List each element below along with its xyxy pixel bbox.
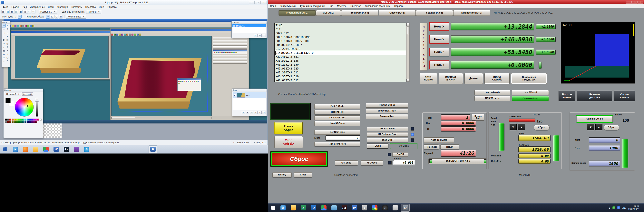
palette-color[interactable] [31,121,33,123]
menu-item[interactable]: Средства [84,5,97,9]
color-target-dropdown[interactable]: Основной▼ [5,92,21,96]
gcode-list[interactable]: T1M6G17G0Z7.972G0X0.000Y0.000S1000M3G0X0… [274,23,410,82]
display-mode-button[interactable]: Режимы дисплея [577,91,612,101]
menu-item[interactable]: Эффекты [70,5,84,9]
start-button[interactable] [268,203,278,212]
taskbar-icon[interactable] [391,204,400,211]
rewind-button[interactable]: Rewind Ctrl-W [366,103,408,108]
block-delete-button[interactable]: Block Delete [367,127,408,131]
toolbar-icon[interactable]: ▦ [18,10,22,14]
taskbar-icon[interactable] [42,145,50,153]
palette-color[interactable] [29,121,31,123]
feed-override-up-button[interactable]: ▲ [518,124,525,130]
tab-offsets[interactable]: Offsets (Alt-5) [379,10,416,16]
history-button[interactable]: History [272,172,292,177]
palette-color[interactable] [14,121,16,123]
change-tool-button[interactable]: Change Tool [472,114,484,121]
toolbar-icon[interactable]: ↶ [27,10,31,14]
close-icon[interactable]: × [265,89,266,91]
machine-coords-button[interactable]: КООРД. СТАНКА [484,73,510,84]
taskbar-icon[interactable]: e [279,204,287,211]
taskbar-icon[interactable] [31,145,40,153]
palette-color[interactable] [12,121,14,123]
menu-item[interactable]: Функции конфигурации [300,5,325,8]
history-action-icon[interactable]: ↺ [254,34,258,37]
tool-icon[interactable]: A [2,52,6,56]
tab-tool-path[interactable]: Tool Path (Alt-4) [341,10,378,16]
zero-y-button[interactable]: Ноль Y [429,35,449,44]
units-dropdown[interactable]: пиксели▼ [86,10,102,14]
tool-icon[interactable]: ✎ [2,42,6,45]
fro-percent-bar[interactable] [509,119,536,122]
palette-color[interactable] [18,119,20,121]
taskbar-icon[interactable] [289,204,298,211]
menu-item[interactable]: Коррекция [55,5,70,9]
close-icon[interactable]: × [41,89,42,91]
stop-button[interactable]: Стоп <Alt-S> [274,136,303,148]
taskbar-icon[interactable]: G [370,204,379,211]
scroll-down-icon[interactable]: ▼ [406,79,410,82]
cycle-start-button[interactable] [270,103,311,120]
tool-dia-dro[interactable]: +0.0000 [441,121,476,126]
close-gcode-button[interactable]: Close G-Code [314,115,360,120]
accept-bases-button[interactable]: Принять базы [420,23,428,71]
maximize-button[interactable]: □ [632,1,638,4]
single-block-button[interactable]: Single BLK Alt-N [366,109,408,113]
m1-optional-stop-button[interactable]: M1 Optional Stop [367,132,408,137]
regen-toolpath-button[interactable]: Восста- новить [558,91,576,101]
tool-icon[interactable]: ⊕ [6,35,9,38]
feed-override-reset-button[interactable]: Сброс [534,125,550,130]
palette-color[interactable] [16,119,18,121]
palette-color[interactable] [20,121,22,123]
taskbar-icon[interactable]: e [11,145,20,153]
menu-item[interactable]: Управление плагинами [365,5,390,8]
selection-mode-button[interactable]: ⊠ [59,15,63,19]
tab-mdi[interactable]: MDI (Alt-2) [316,10,341,16]
toolbar-icon[interactable]: ▨ [23,10,27,14]
palette-color[interactable] [35,119,37,121]
tool-icon[interactable]: + [6,24,9,28]
spindle-speed-dro[interactable]: 1000 [589,161,620,166]
z-scale-dro[interactable]: +1.0000 [536,50,556,55]
zero-a-button[interactable]: Ноль 4 [429,61,449,69]
tool-icon[interactable]: * [2,35,6,38]
tool-icon[interactable]: □ [2,56,6,59]
start-button[interactable] [0,145,10,153]
taskbar-running-paintnet-icon[interactable]: P [148,145,157,153]
tray-network-icon[interactable] [617,206,620,209]
scroll-thumb[interactable] [407,27,409,34]
tool-icon[interactable]: ╲ [6,52,9,56]
tab-settings[interactable]: Settings (Alt-6) [416,10,453,16]
goto-zeros-button[interactable]: ВОЗВРАТ В НУЛИ [438,73,463,84]
taskbar-icon[interactable]: ♪ [380,204,389,211]
menu-item[interactable]: Справка [394,5,404,8]
spindle-override-up-button[interactable]: ▲ [596,124,602,130]
palette-color[interactable] [10,119,11,121]
close-icon[interactable]: × [8,21,9,23]
a-axis-dro[interactable]: +0.0000 [451,61,534,69]
toolbar-icon[interactable]: ↷ [32,10,36,14]
close-icon[interactable]: × [265,21,266,23]
layer-action-icon[interactable]: + [242,111,245,114]
tool-icon[interactable]: ▢ [6,56,9,59]
tool-icon[interactable]: ▣ [2,49,6,52]
taskbar-icon[interactable] [21,145,30,153]
jog-follow-button[interactable]: Отсле- живать [614,91,635,101]
sov-dro[interactable]: 1000 [589,145,620,151]
taskbar-icon[interactable] [320,204,328,211]
taskbar-running-mach3-icon[interactable]: M [401,204,410,211]
palette-color[interactable] [31,119,33,121]
nfs-wizards-button[interactable]: NFS Wizards [474,96,510,101]
gcodes-button[interactable]: G-Codes [335,160,358,165]
last-wizard-button[interactable]: Last Wizard [512,90,549,95]
palette-color[interactable] [12,119,14,121]
maximize-button[interactable]: □ [255,1,261,4]
layer-action-icon[interactable]: ▼ [258,111,262,114]
palette-color[interactable] [22,121,24,123]
selection-size-dropdown[interactable]: Размер о...▼ [39,10,57,14]
selection-mode-button[interactable]: ▭ [46,15,50,19]
to-go-button[interactable]: Дельты [464,73,483,84]
palette-color[interactable] [35,121,37,123]
conversational-button[interactable]: Conversational [512,96,549,101]
sampling-dropdown[interactable]: Нормальное▼ [66,15,86,19]
